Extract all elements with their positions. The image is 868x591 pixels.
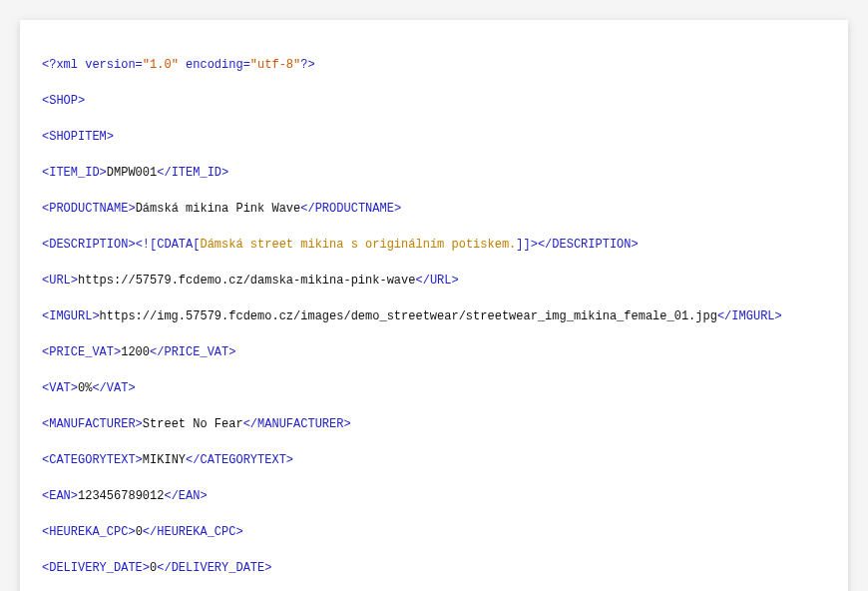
manufacturer-value: Street No Fear: [143, 417, 243, 431]
item-id-value: DMPW001: [107, 166, 157, 180]
description-value: Dámská street mikina s originálním potis…: [200, 238, 516, 252]
shopitem-open: <SHOPITEM>: [42, 130, 114, 144]
xml-code-block: <?xml version="1.0" encoding="utf-8"?> <…: [20, 20, 848, 591]
heureka-cpc-value: 0: [136, 525, 143, 539]
categorytext-value: MIKINY: [143, 453, 186, 467]
xml-declaration: <?xml version="1.0" encoding="utf-8"?>: [42, 56, 826, 74]
productname-value: Dámská mikina Pink Wave: [136, 202, 301, 216]
imgurl-value: https://img.57579.fcdemo.cz/images/demo_…: [100, 309, 717, 323]
shop-open: <SHOP>: [42, 94, 85, 108]
vat-value: 0%: [78, 381, 92, 395]
ean-value: 123456789012: [78, 489, 164, 503]
url-value: https://57579.fcdemo.cz/damska-mikina-pi…: [78, 274, 415, 288]
price-vat-value: 1200: [121, 345, 150, 359]
